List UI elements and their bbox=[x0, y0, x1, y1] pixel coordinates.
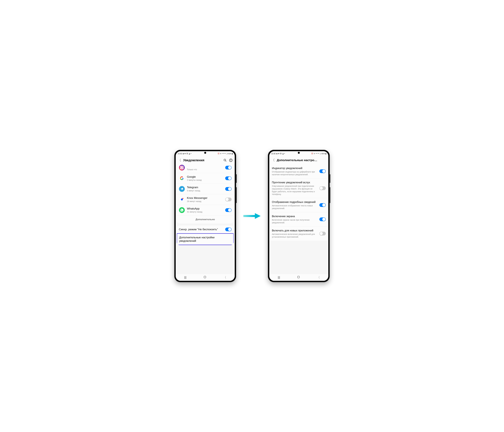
advanced-settings-row[interactable]: Дополнительные настройки уведомлений bbox=[177, 233, 234, 245]
setting-desc: Озвучивание уведомлений при подключении … bbox=[272, 185, 317, 196]
toggle-whatsapp[interactable] bbox=[225, 208, 232, 212]
arrow-icon bbox=[243, 212, 261, 220]
svg-rect-5 bbox=[204, 276, 206, 278]
page-title: Дополнительные настро… bbox=[277, 158, 326, 162]
nav-home[interactable] bbox=[203, 276, 206, 279]
setting-details[interactable]: Отображение подробных сведений Автоматич… bbox=[269, 198, 328, 212]
toggle-details[interactable] bbox=[319, 203, 326, 207]
app-name: Knox Messenger bbox=[187, 196, 223, 200]
toggle-instagram[interactable] bbox=[225, 166, 232, 170]
content-right: Индикатор уведомлений Отображение индика… bbox=[269, 164, 328, 274]
setting-read-aloud[interactable]: Прочтение уведомлений вслух Озвучивание … bbox=[269, 178, 328, 198]
toggle-dnd[interactable] bbox=[225, 227, 232, 231]
app-row-knox[interactable]: Knox Messenger 28 минут назад bbox=[177, 194, 234, 205]
nav-bar: ||| 〈 bbox=[269, 274, 328, 281]
info-icon[interactable] bbox=[229, 158, 233, 162]
setting-indicator[interactable]: Индикатор уведомлений Отображение индика… bbox=[269, 164, 328, 178]
whatsapp-icon bbox=[179, 207, 185, 213]
page-title: Уведомления bbox=[183, 158, 221, 162]
app-name: Google bbox=[187, 175, 223, 179]
status-time: 21:02 bbox=[178, 153, 182, 155]
toggle-telegram[interactable] bbox=[225, 187, 232, 191]
toggle-new-apps[interactable] bbox=[319, 232, 326, 235]
toggle-indicator[interactable] bbox=[319, 169, 326, 173]
svg-line-1 bbox=[225, 161, 226, 162]
header: 〈 Уведомления bbox=[176, 156, 235, 164]
settings-list: Индикатор уведомлений Отображение индика… bbox=[269, 164, 328, 241]
app-row-telegram[interactable]: Telegram 5 минут назад bbox=[177, 183, 234, 194]
phone-right: 21:02 ◈ ✉ ⦿ ☁ • ⏰ ✶ ᵛᵒᴮ ⁴ᴳ ₊ıl 41% ▮ 〈 Д… bbox=[268, 150, 330, 282]
nav-back[interactable]: 〈 bbox=[223, 275, 226, 279]
app-row-whatsapp[interactable]: WhatsApp 31 минуту назад bbox=[177, 205, 234, 216]
setting-title: Включать для новых приложений bbox=[272, 229, 317, 232]
svg-rect-8 bbox=[297, 276, 299, 278]
setting-desc: Автоматическое отображение текста новых … bbox=[272, 204, 317, 210]
app-list-card: Instagram Только что Google 2 минуты наз… bbox=[177, 164, 234, 224]
setting-desc: Автоматическое включение уведомлений для… bbox=[272, 233, 317, 238]
app-sub: 5 минут назад bbox=[187, 189, 223, 192]
status-right-icons: ⏰ ✶ ᵛᵒᴮ ⁴ᴳ ₊ıl 41% ▮ bbox=[311, 153, 326, 155]
status-left-icons: ◈ ✉ ⦿ ☁ • bbox=[183, 153, 191, 155]
setting-title: Прочтение уведомлений вслух bbox=[272, 181, 317, 184]
more-button[interactable]: Дополнительно bbox=[177, 215, 234, 224]
svg-point-0 bbox=[224, 159, 226, 161]
back-button[interactable]: 〈 bbox=[178, 159, 181, 162]
status-time: 21:02 bbox=[271, 153, 276, 155]
back-button[interactable]: 〈 bbox=[271, 158, 275, 162]
setting-new-apps[interactable]: Включать для новых приложений Автоматиче… bbox=[269, 226, 328, 241]
content-left: Instagram Только что Google 2 минуты наз… bbox=[176, 164, 235, 274]
svg-point-4 bbox=[231, 159, 231, 160]
app-name: WhatsApp bbox=[187, 207, 223, 210]
nav-recent[interactable]: ||| bbox=[184, 276, 187, 279]
header: 〈 Дополнительные настро… bbox=[269, 156, 328, 164]
status-left-icons: ◈ ✉ ⦿ ☁ • bbox=[276, 153, 285, 155]
app-sub: 31 минуту назад bbox=[187, 211, 223, 213]
svg-marker-7 bbox=[255, 213, 261, 219]
app-row-instagram[interactable]: Instagram Только что bbox=[177, 164, 234, 173]
toggle-knox[interactable] bbox=[225, 198, 232, 201]
telegram-icon bbox=[179, 186, 185, 192]
instagram-icon bbox=[179, 165, 185, 171]
app-name: Instagram bbox=[187, 164, 223, 168]
svg-rect-6 bbox=[243, 215, 255, 217]
screen-right: 21:02 ◈ ✉ ⦿ ☁ • ⏰ ✶ ᵛᵒᴮ ⁴ᴳ ₊ıl 41% ▮ 〈 Д… bbox=[269, 151, 328, 281]
nav-home[interactable] bbox=[297, 276, 300, 279]
bottom-card: Синхр. режим "Не беспокоить" Дополнитель… bbox=[177, 225, 234, 245]
status-right-icons: ⏰ ✶ ᵛᵒᴮ ⁴ᴳ ₊ıl 41% ▮ bbox=[218, 153, 233, 155]
setting-title: Отображение подробных сведений bbox=[272, 200, 317, 204]
nav-recent[interactable]: ||| bbox=[278, 276, 280, 279]
app-name: Telegram bbox=[187, 186, 223, 189]
camera-hole bbox=[204, 152, 206, 154]
app-sub: Только что bbox=[187, 168, 223, 171]
toggle-read-aloud[interactable] bbox=[319, 186, 326, 190]
toggle-screen-on[interactable] bbox=[319, 217, 326, 221]
setting-desc: Отображение индикатора на циферблате при… bbox=[272, 171, 317, 176]
screen-left: 21:02 ◈ ✉ ⦿ ☁ • ⏰ ✶ ᵛᵒᴮ ⁴ᴳ ₊ıl 41% ▮ 〈 У… bbox=[176, 151, 235, 281]
knox-icon bbox=[179, 196, 185, 202]
app-sub: 28 минут назад bbox=[187, 200, 223, 203]
search-icon[interactable] bbox=[223, 158, 227, 162]
setting-title: Включение экрана bbox=[272, 215, 317, 218]
google-icon bbox=[179, 175, 185, 181]
dnd-sync-row[interactable]: Синхр. режим "Не беспокоить" bbox=[177, 225, 234, 233]
app-sub: 2 минуты назад bbox=[187, 179, 223, 181]
setting-screen-on[interactable]: Включение экрана Включение экрана часов … bbox=[269, 212, 328, 226]
nav-back[interactable]: 〈 bbox=[317, 275, 320, 279]
setting-desc: Включение экрана часов при получении уве… bbox=[272, 219, 317, 224]
toggle-google[interactable] bbox=[225, 176, 232, 180]
phone-left: 21:02 ◈ ✉ ⦿ ☁ • ⏰ ✶ ᵛᵒᴮ ⁴ᴳ ₊ıl 41% ▮ 〈 У… bbox=[174, 150, 236, 282]
nav-bar: ||| 〈 bbox=[176, 274, 235, 281]
camera-hole bbox=[298, 152, 300, 154]
dnd-title: Синхр. режим "Не беспокоить" bbox=[179, 228, 223, 231]
app-row-google[interactable]: Google 2 минуты назад bbox=[177, 173, 234, 184]
setting-title: Индикатор уведомлений bbox=[272, 166, 317, 170]
advanced-title: Дополнительные настройки уведомлений bbox=[179, 236, 231, 243]
